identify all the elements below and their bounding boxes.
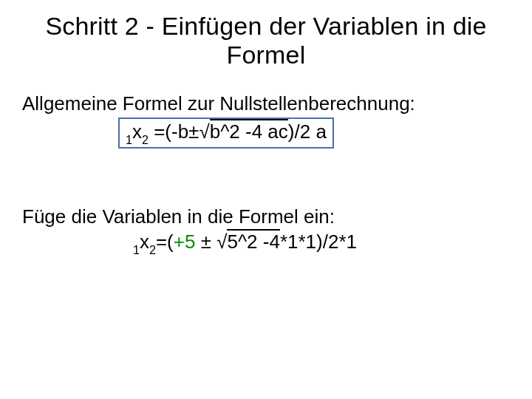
formula-tail: )/2 a bbox=[288, 120, 327, 143]
formula-mid: ± √ bbox=[195, 231, 227, 253]
subscript-2b: 2 bbox=[149, 243, 156, 256]
intro-line-2: Füge die Variablen in die Formel ein: bbox=[22, 205, 510, 229]
subscript-1b: 1 bbox=[133, 243, 140, 256]
radicand: b^2 -4 ac bbox=[210, 120, 288, 143]
sqrt-overline: b^2 -4 ac bbox=[210, 120, 288, 143]
slide: Schritt 2 - Einfügen der Variablen in di… bbox=[0, 0, 532, 399]
formula-substituted-row: 1x2=(+5 ± √ 5^2 -4*1*1)/2*1 bbox=[22, 231, 510, 256]
subscript-2: 2 bbox=[142, 133, 149, 146]
subscript-1: 1 bbox=[126, 133, 132, 146]
slide-title: Schritt 2 - Einfügen der Variablen in di… bbox=[22, 12, 510, 69]
formula-eq-part: =(-b±√ bbox=[149, 120, 210, 143]
formula-substituted: 1x2=(+5 ± √ 5^2 -4*1*1)/2*1 bbox=[133, 231, 357, 256]
radicand-b: 5^2 -4 bbox=[227, 231, 279, 253]
formula-eq-b: =( bbox=[156, 231, 174, 253]
formula-x: x bbox=[132, 120, 142, 143]
plus-five: +5 bbox=[174, 231, 196, 253]
sqrt-overline-b: 5^2 -4 bbox=[227, 231, 279, 253]
formula-general-box: 1x2 =(-b±√b^2 -4 ac)/2 a bbox=[118, 117, 334, 149]
formula-general-row: 1x2 =(-b±√b^2 -4 ac)/2 a bbox=[22, 117, 510, 149]
formula-tail-b: *1*1)/2*1 bbox=[280, 231, 357, 253]
formula-x-b: x bbox=[140, 231, 149, 253]
intro-line-1: Allgemeine Formel zur Nullstellenberechn… bbox=[22, 92, 510, 116]
